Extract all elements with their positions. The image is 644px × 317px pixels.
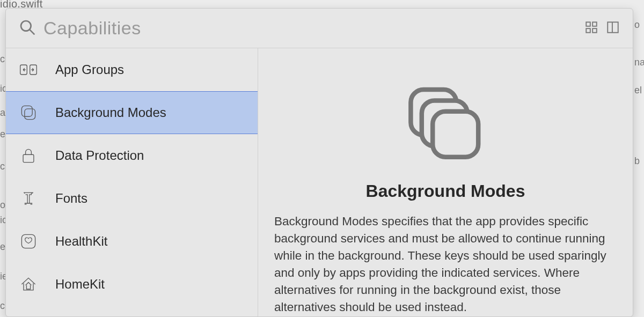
sidebar-item-label: HomeKit — [55, 277, 105, 292]
sidebar-item-label: Background Modes — [55, 105, 166, 120]
app-groups-icon — [18, 59, 39, 80]
column-view-icon[interactable] — [606, 20, 620, 36]
svg-rect-13 — [21, 234, 35, 248]
search-icon — [19, 19, 36, 38]
background-code-right: o na el b — [634, 0, 643, 317]
sidebar-item-healthkit[interactable]: HealthKit — [6, 220, 258, 263]
sidebar-item-label: Data Protection — [55, 148, 144, 163]
svg-point-0 — [21, 21, 31, 31]
svg-rect-11 — [25, 109, 35, 120]
homekit-icon — [18, 274, 39, 295]
grid-view-icon[interactable] — [584, 20, 598, 36]
svg-line-1 — [30, 30, 35, 34]
background-modes-icon — [18, 102, 39, 123]
view-toggles — [584, 20, 620, 36]
panel-body: App Groups Background Modes Data Protect… — [6, 48, 633, 316]
svg-rect-4 — [586, 28, 590, 33]
capability-detail: Background Modes Background Modes specif… — [258, 48, 633, 316]
svg-rect-2 — [586, 22, 590, 26]
sidebar-item-background-modes[interactable]: Background Modes — [6, 91, 258, 134]
sidebar-item-label: HealthKit — [55, 234, 107, 249]
sidebar-item-label: App Groups — [55, 62, 124, 77]
panel-toolbar — [6, 9, 633, 48]
sidebar-item-data-protection[interactable]: Data Protection — [6, 134, 258, 177]
svg-rect-5 — [592, 28, 597, 33]
lock-icon — [18, 145, 39, 166]
search-wrap — [19, 18, 584, 39]
healthkit-icon — [18, 231, 39, 252]
svg-rect-10 — [21, 106, 32, 116]
svg-rect-12 — [23, 154, 34, 162]
capabilities-panel: App Groups Background Modes Data Protect… — [5, 8, 633, 317]
fonts-icon — [18, 188, 39, 209]
sidebar-item-fonts[interactable]: Fonts — [6, 177, 258, 220]
background-modes-hero-icon — [400, 80, 491, 172]
svg-rect-16 — [433, 112, 478, 157]
svg-rect-3 — [592, 22, 597, 26]
search-input[interactable] — [43, 18, 258, 39]
capabilities-sidebar: App Groups Background Modes Data Protect… — [6, 48, 258, 316]
svg-rect-6 — [608, 22, 618, 33]
detail-title: Background Modes — [366, 181, 525, 201]
sidebar-item-label: Fonts — [55, 191, 87, 206]
sidebar-item-homekit[interactable]: HomeKit — [6, 263, 258, 306]
detail-description: Background Modes specifies that the app … — [274, 213, 617, 316]
sidebar-item-app-groups[interactable]: App Groups — [6, 48, 258, 91]
